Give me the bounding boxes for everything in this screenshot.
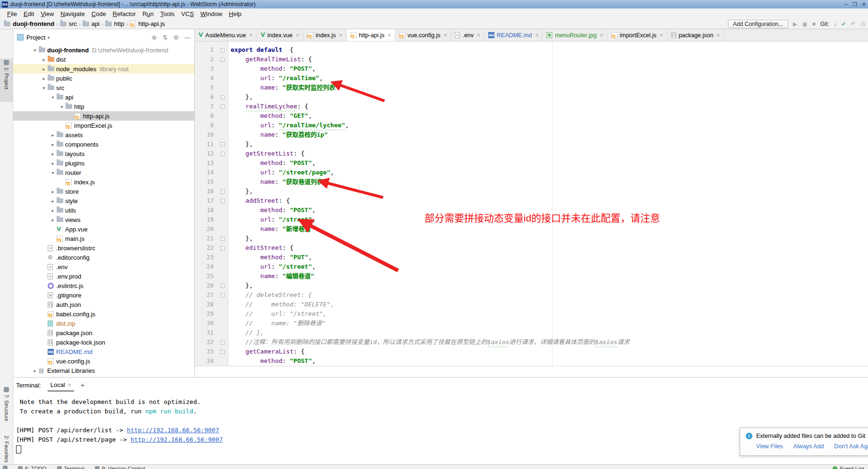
tree-item[interactable]: ▾src (13, 83, 194, 92)
fold-icon[interactable]: − (220, 340, 225, 345)
close-icon[interactable]: × (477, 32, 480, 39)
menu-item-view[interactable]: View (37, 9, 57, 18)
chevron-down-icon[interactable]: ▾ (47, 35, 50, 40)
menu-item-edit[interactable]: Edit (20, 9, 37, 18)
tree-item[interactable]: ⚙.editorconfig (13, 253, 194, 262)
close-icon[interactable]: × (296, 32, 299, 39)
add-configuration-button[interactable]: Add Configuration... (728, 20, 788, 28)
chevron-right-icon[interactable]: ▸ (49, 151, 57, 156)
editor-tab[interactable]: ≡.env× (451, 29, 484, 41)
fold-icon[interactable]: − (220, 246, 225, 250)
tree-item[interactable]: {}auth.json (13, 300, 194, 309)
menu-item-file[interactable]: File (4, 9, 20, 18)
close-icon[interactable]: × (443, 32, 447, 39)
chevron-right-icon[interactable]: ▸ (40, 76, 48, 81)
fold-icon[interactable]: − (220, 152, 225, 156)
menu-item-vcs[interactable]: VCS (178, 9, 197, 18)
run-icon[interactable]: ▶ (793, 21, 797, 27)
menu-item-tools[interactable]: Tools (157, 9, 178, 18)
tree-item[interactable]: ▸utils (13, 206, 194, 215)
tree-item[interactable]: ▸▤External Libraries (13, 366, 194, 375)
git-commit-icon[interactable]: ✔ (841, 21, 846, 27)
close-icon[interactable]: × (717, 32, 720, 39)
menu-item-navigate[interactable]: Navigate (57, 9, 88, 18)
chevron-down-icon[interactable]: ▾ (31, 48, 39, 53)
tree-item[interactable]: MDREADME.md (13, 347, 194, 356)
close-icon[interactable]: × (68, 382, 71, 388)
status-item[interactable]: Terminal (57, 466, 84, 469)
status-item[interactable]: 6: TODO (18, 466, 47, 469)
chevron-down-icon[interactable]: ▾ (49, 170, 57, 175)
editor-tab[interactable]: MDREADME.md× (484, 29, 542, 41)
tree-item[interactable]: babel.config.js (13, 309, 194, 319)
tree-item[interactable]: http-api.js (13, 111, 194, 121)
chevron-right-icon[interactable]: ▸ (49, 198, 57, 204)
close-icon[interactable]: × (535, 32, 538, 39)
tree-item[interactable]: .eslintrc.js (13, 281, 194, 290)
tree-item[interactable]: VApp.vue (13, 224, 194, 234)
chevron-right-icon[interactable]: ▸ (40, 57, 48, 62)
stripe-project-button[interactable]: 1: Project (0, 58, 13, 102)
tree-item[interactable]: ▸layouts (13, 149, 194, 158)
tree-item[interactable]: main.js (13, 234, 194, 243)
history-icon[interactable]: ◷ (860, 21, 865, 27)
tree-item[interactable]: importExcel.js (13, 121, 194, 130)
new-terminal-tab-button[interactable]: + (81, 381, 85, 392)
chevron-right-icon[interactable]: ▸ (40, 66, 48, 72)
fold-icon[interactable]: − (220, 284, 225, 288)
git-update-icon[interactable]: ↓ (834, 21, 836, 27)
project-panel-title[interactable]: Project (26, 34, 45, 41)
tree-item[interactable]: ▸dist (13, 55, 194, 64)
tree-item[interactable]: ▾api (13, 92, 194, 102)
debug-icon[interactable]: ▣ (802, 21, 807, 27)
chevron-down-icon[interactable]: ▾ (58, 104, 66, 109)
notification-link[interactable]: View Files (756, 443, 783, 450)
editor-tab[interactable]: importExcel.js× (608, 29, 668, 41)
stripe-favorites-button[interactable]: 2: Favorites (0, 436, 13, 463)
fold-icon[interactable]: − (220, 293, 225, 297)
tool-window-switcher-icon[interactable] (3, 466, 8, 469)
stop-icon[interactable]: ■ (812, 21, 815, 27)
breadcrumb-item[interactable]: api (83, 20, 100, 27)
tree-item[interactable]: index.js (13, 177, 194, 187)
fold-icon[interactable]: − (220, 58, 225, 62)
chevron-right-icon[interactable]: ▸ (31, 368, 39, 373)
menu-item-code[interactable]: Code (88, 9, 109, 18)
close-icon[interactable]: × (339, 32, 342, 39)
tree-item[interactable]: ▸plugins (13, 158, 194, 168)
breadcrumb-item[interactable]: src (60, 20, 77, 27)
tree-item[interactable]: ▸assets (13, 130, 194, 140)
tree-item[interactable]: ≡.env.prod (13, 272, 194, 281)
close-icon[interactable]: × (600, 32, 603, 39)
tree-item[interactable]: ▸style (13, 196, 194, 206)
tree-item[interactable]: ▾duoji-frontendD:\zheheWeb\duoji-fronten… (13, 45, 194, 55)
menu-item-window[interactable]: Window (197, 9, 225, 18)
breadcrumb-item[interactable]: http-api.js (130, 20, 165, 27)
chevron-right-icon[interactable]: ▸ (49, 189, 57, 194)
editor-tab[interactable]: index.js× (303, 29, 346, 41)
tree-item[interactable]: vue.config.js (13, 356, 194, 366)
tree-item[interactable]: ▸views (13, 215, 194, 224)
terminal-cursor[interactable] (16, 445, 21, 453)
editor-tab[interactable]: {}package.json× (668, 29, 725, 41)
close-icon[interactable]: ✕ (862, 1, 866, 8)
tree-item[interactable]: ▸node_moduleslibrary root (13, 64, 194, 74)
fold-icon[interactable]: − (220, 142, 225, 147)
close-icon[interactable]: × (388, 32, 391, 39)
maximize-icon[interactable]: ❐ (852, 1, 857, 8)
tree-item[interactable]: ø.gitignore (13, 290, 194, 300)
code-editor[interactable]: 1−export default {2− getRealTimeList: {3… (195, 41, 868, 377)
notification-link[interactable]: Always Add (793, 443, 824, 450)
tree-item[interactable]: {}package-lock.json (13, 337, 194, 347)
editor-tab[interactable]: http-api.js× (347, 29, 395, 41)
minimize-icon[interactable]: ─ (844, 1, 848, 8)
settings-gear-icon[interactable]: ⚙ (173, 34, 179, 41)
editor-tab[interactable]: VAsideMenu.vue× (195, 29, 257, 41)
menu-item-help[interactable]: Help (225, 9, 245, 18)
tree-item[interactable]: ▸components (13, 140, 194, 149)
tree-item[interactable]: ▸public (13, 74, 194, 83)
chevron-right-icon[interactable]: ▸ (49, 142, 57, 147)
tree-item[interactable]: dist.zip (13, 319, 194, 328)
tree-item[interactable]: ▾router (13, 168, 194, 177)
fold-icon[interactable]: − (220, 199, 225, 203)
